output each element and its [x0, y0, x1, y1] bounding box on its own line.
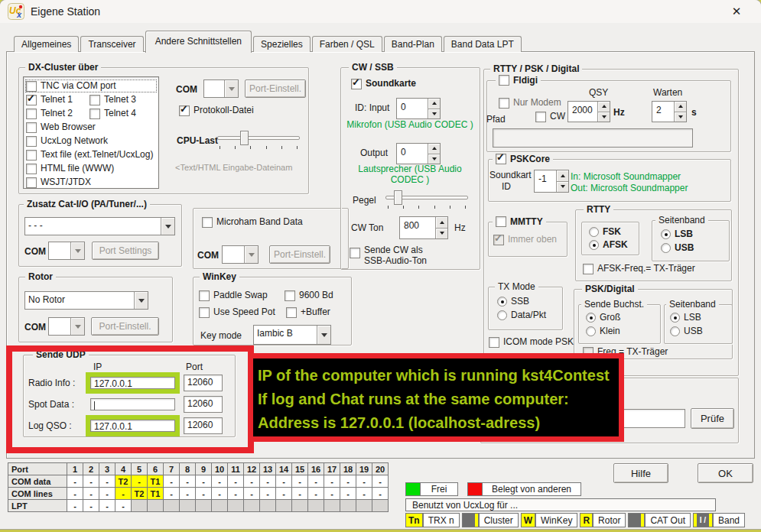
- spin-down-icon[interactable]: [598, 112, 610, 122]
- tab-band-data-lpt[interactable]: Band Data LPT: [444, 36, 522, 52]
- cpu-last-slider[interactable]: [217, 131, 300, 151]
- spin-up-icon[interactable]: [428, 99, 440, 109]
- chevron-down-icon[interactable]: [161, 218, 174, 235]
- checkbox-9600-bd[interactable]: 9600 Bd: [285, 290, 333, 301]
- port-table-cell: -: [292, 475, 308, 488]
- close-button[interactable]: ✕: [724, 2, 749, 21]
- dx-com-dropdown[interactable]: [203, 79, 239, 98]
- radio-lsb-rtty[interactable]: LSB: [661, 229, 693, 239]
- microham-com-dropdown[interactable]: [222, 245, 259, 264]
- spin-up-icon[interactable]: [598, 102, 610, 112]
- chevron-down-icon[interactable]: [70, 242, 84, 259]
- checkbox-immer-oben[interactable]: Immer oben: [493, 234, 557, 245]
- port-input[interactable]: 12060: [184, 375, 223, 391]
- key-mode-dropdown[interactable]: Iambic B: [253, 325, 331, 345]
- tab-band-plan[interactable]: Band-Plan: [384, 36, 442, 52]
- tab-transceiver[interactable]: Transceiver: [80, 36, 143, 52]
- spin-down-icon[interactable]: [557, 181, 568, 193]
- port-input[interactable]: 12060: [184, 417, 223, 434]
- tab-andere-schnittstellen[interactable]: Andere Schnittstellen: [145, 31, 252, 53]
- pskcore-id-spinner[interactable]: -1: [534, 170, 569, 193]
- slider-thumb[interactable]: [394, 190, 402, 205]
- tab-spezielles[interactable]: Spezielles: [253, 36, 311, 52]
- checkbox-icom-mode-psk[interactable]: ICOM mode PSK: [489, 336, 574, 348]
- zusatz-port-settings-button[interactable]: Port Settings: [92, 242, 159, 260]
- checkbox-use-speed-pot[interactable]: Use Speed Pot: [199, 307, 275, 318]
- pegel-slider[interactable]: [385, 190, 468, 210]
- radio-fsk[interactable]: FSK: [589, 226, 621, 237]
- cw-ton-spinner[interactable]: 800: [399, 216, 448, 239]
- spin-down-icon[interactable]: [428, 109, 440, 119]
- radio-lsb-psk[interactable]: LSB: [670, 312, 701, 323]
- pruefe-button[interactable]: Prüfe: [691, 408, 734, 429]
- radio-usb-psk[interactable]: USB: [670, 326, 703, 336]
- output-id-spinner[interactable]: 0: [396, 143, 441, 164]
- tab-farben-qsl[interactable]: Farben / QSL: [312, 36, 382, 52]
- dx-cluster-item-html-file-www[interactable]: HTML file (WWW): [26, 163, 114, 174]
- dx-cluster-listbox[interactable]: TNC via COM portTelnet 1Telnet 3Telnet 2…: [23, 76, 159, 189]
- spin-up-icon[interactable]: [675, 102, 686, 112]
- input-id-spinner[interactable]: 0: [396, 98, 441, 119]
- checkbox-sende-cw-als-ssb[interactable]: Sende CW alsSSB-Audio-Ton: [350, 245, 427, 266]
- dx-cluster-item-web-browser[interactable]: Web Browser: [26, 122, 96, 133]
- chevron-down-icon[interactable]: [70, 318, 84, 335]
- hilfe-button[interactable]: Hilfe: [613, 463, 668, 483]
- ok-button[interactable]: OK: [698, 463, 753, 483]
- checkbox-fldigi[interactable]: Fldigi: [496, 74, 541, 86]
- checkbox-plus-buffer[interactable]: +Buffer: [286, 307, 330, 318]
- belegt-color-swatch: [468, 483, 483, 495]
- warten-spinner[interactable]: 2: [652, 101, 687, 122]
- dx-cluster-item-telnet-1[interactable]: Telnet 1: [26, 94, 89, 105]
- ip-input[interactable]: 127.0.0.1: [90, 377, 175, 389]
- slider-thumb[interactable]: [240, 131, 249, 145]
- checkbox-protokoll-datei[interactable]: Protokoll-Datei: [179, 105, 254, 116]
- ip-input[interactable]: 127.0.0.1: [90, 420, 175, 432]
- dx-cluster-item-ucxlog-network[interactable]: UcxLog Network: [26, 135, 108, 147]
- rotor-dropdown[interactable]: No Rotor: [24, 291, 148, 310]
- chevron-down-icon[interactable]: [317, 326, 330, 344]
- checkbox-paddle-swap[interactable]: Paddle Swap: [199, 290, 268, 301]
- checkbox-microham-band-data[interactable]: Microham Band Data: [202, 216, 303, 228]
- dx-cluster-item-telnet-2[interactable]: Telnet 2: [26, 108, 89, 119]
- chevron-down-icon[interactable]: [134, 292, 148, 309]
- dx-cluster-item-wsjt-jtdx[interactable]: WSJT/JTDX: [26, 177, 91, 188]
- spin-up-icon[interactable]: [436, 217, 447, 228]
- checkbox-nur-modem[interactable]: Nur Modem: [499, 97, 561, 109]
- port-input[interactable]: 12060: [184, 396, 223, 413]
- checkbox-soundkarte[interactable]: Soundkarte: [351, 78, 416, 89]
- microham-port-settings-button[interactable]: Port-Einstell.: [269, 245, 330, 264]
- zusatz-device-dropdown[interactable]: - - -: [24, 217, 175, 235]
- spin-down-icon[interactable]: [436, 228, 447, 239]
- port-table-cell: -: [292, 488, 308, 500]
- tab-allgemeines[interactable]: Allgemeines: [14, 36, 79, 52]
- chevron-down-icon[interactable]: [244, 246, 258, 263]
- port-table-cell: -: [115, 488, 132, 500]
- radio-ssb[interactable]: SSB: [497, 296, 529, 307]
- dx-port-settings-button[interactable]: Port-Einstell.: [245, 79, 306, 98]
- radio-gross[interactable]: Groß: [586, 312, 620, 323]
- checkbox-cw[interactable]: CW: [535, 111, 565, 122]
- dx-cluster-item-telnet-4[interactable]: Telnet 4: [89, 108, 136, 119]
- radio-usb-rtty[interactable]: USB: [661, 242, 694, 253]
- rotor-com-dropdown[interactable]: [48, 317, 85, 336]
- radio-data-pkt[interactable]: Data/Pkt: [497, 310, 546, 320]
- checkbox-label: +Buffer: [301, 307, 330, 317]
- spin-down-icon[interactable]: [675, 112, 686, 122]
- dx-cluster-item-telnet-3[interactable]: Telnet 3: [89, 94, 136, 105]
- spin-down-icon[interactable]: [428, 154, 440, 164]
- ip-input[interactable]: [90, 398, 175, 410]
- spin-up-icon[interactable]: [428, 144, 440, 154]
- rotor-port-settings-button[interactable]: Port-Einstell.: [91, 317, 159, 336]
- radio-klein[interactable]: Klein: [586, 326, 620, 336]
- pfad-input[interactable]: [493, 128, 693, 148]
- dx-cluster-item-tnc-via-com-port[interactable]: TNC via COM port: [26, 80, 156, 92]
- dx-cluster-item-text-file-ext-telnet-ucxlog[interactable]: Text file (ext.Telnet/UcxLog): [26, 149, 153, 161]
- checkbox-mmtty[interactable]: MMTTY: [493, 216, 546, 227]
- spin-up-icon[interactable]: [557, 170, 568, 181]
- qsy-spinner[interactable]: 2000: [567, 101, 610, 122]
- chevron-down-icon[interactable]: [224, 80, 238, 97]
- checkbox-pskcore[interactable]: PSKCore: [493, 153, 553, 164]
- radio-afsk[interactable]: AFSK: [589, 239, 628, 250]
- checkbox-afsk-freq-tx-traeger[interactable]: AFSK-Freq.= TX-Träger: [583, 263, 695, 274]
- zusatz-com-dropdown[interactable]: [48, 242, 85, 260]
